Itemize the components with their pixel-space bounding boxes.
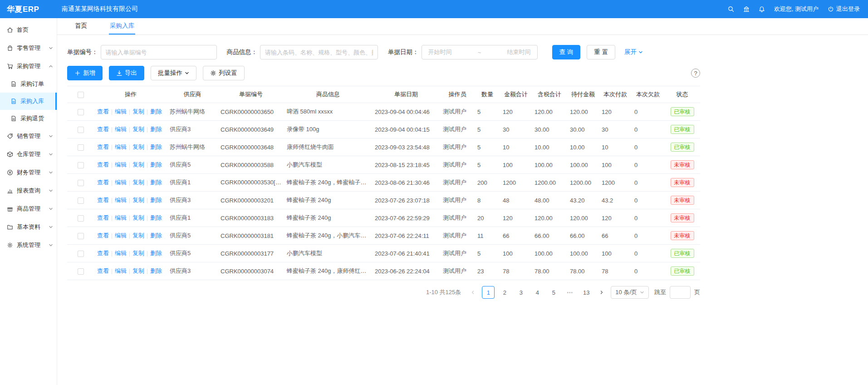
row-checkbox[interactable] [78, 251, 84, 257]
bell-icon[interactable] [759, 6, 765, 12]
row-checkbox[interactable] [78, 233, 84, 239]
sidebar-item-basedata[interactable]: 基本资料 [0, 218, 57, 236]
row-action-view[interactable]: 查看 [97, 108, 109, 115]
expand-link[interactable]: 展开 [624, 48, 643, 56]
sidebar-item-retail[interactable]: 零售管理 [0, 39, 57, 57]
row-action-delete[interactable]: 删除 [150, 108, 162, 115]
row-checkbox[interactable] [78, 162, 84, 168]
row-action-copy[interactable]: 复制 [132, 161, 144, 168]
row-checkbox[interactable] [78, 268, 84, 275]
row-action-copy[interactable]: 复制 [132, 250, 144, 257]
row-action-copy[interactable]: 复制 [132, 143, 144, 150]
row-checkbox[interactable] [78, 215, 84, 222]
batch-actions-button[interactable]: 批量操作 [151, 66, 196, 80]
row-action-copy[interactable]: 复制 [132, 197, 144, 203]
export-button[interactable]: 导出 [109, 66, 144, 80]
row-action-copy[interactable]: 复制 [132, 232, 144, 239]
row-action-delete[interactable]: 删除 [150, 179, 162, 186]
cell-date: 2023-07-26 23:07:18 [372, 192, 440, 209]
row-action-delete[interactable]: 删除 [150, 126, 162, 133]
row-checkbox[interactable] [78, 197, 84, 204]
row-action-edit[interactable]: 编辑 [115, 232, 127, 239]
row-action-edit[interactable]: 编辑 [115, 126, 127, 133]
row-action-copy[interactable]: 复制 [132, 267, 144, 274]
row-checkbox[interactable] [78, 127, 84, 133]
sidebar-item-purchase-order[interactable]: 采购订单 [0, 75, 57, 93]
page-button-1[interactable]: 1 [482, 286, 495, 299]
sidebar-item-sales[interactable]: 销售管理 [0, 127, 57, 145]
sidebar-item-purchase-in[interactable]: 采购入库 [0, 93, 57, 110]
row-checkbox[interactable] [78, 180, 84, 186]
add-button[interactable]: 新增 [67, 66, 103, 80]
row-action-edit[interactable]: 编辑 [115, 267, 127, 274]
row-action-view[interactable]: 查看 [97, 179, 109, 186]
jump-input[interactable] [670, 286, 691, 299]
sidebar-item-finance[interactable]: 财务管理 [0, 163, 57, 182]
row-action-copy[interactable]: 复制 [132, 126, 144, 133]
next-page-button[interactable] [596, 286, 607, 299]
doc-no-input[interactable] [101, 45, 217, 59]
divider [112, 251, 112, 257]
row-action-copy[interactable]: 复制 [132, 108, 144, 115]
select-all-checkbox[interactable] [78, 92, 84, 98]
cell-status: 已审核 [664, 262, 700, 280]
search-icon[interactable] [728, 6, 734, 12]
row-action-edit[interactable]: 编辑 [115, 179, 127, 186]
page-size-select[interactable]: 10 条/页 [611, 286, 649, 299]
row-action-view[interactable]: 查看 [97, 250, 109, 257]
cell-paid: 1200 [599, 174, 632, 192]
row-action-copy[interactable]: 复制 [132, 214, 144, 221]
page-button-5[interactable]: 5 [547, 286, 560, 299]
product-info-input[interactable] [260, 45, 378, 59]
tab-purchase-in[interactable]: 采购入库 [109, 18, 135, 35]
row-checkbox[interactable] [78, 109, 84, 115]
row-action-copy[interactable]: 复制 [132, 179, 144, 186]
help-icon[interactable]: ? [691, 69, 700, 78]
row-action-view[interactable]: 查看 [97, 232, 109, 239]
tab-home[interactable]: 首页 [74, 18, 88, 35]
prev-page-button[interactable] [467, 286, 478, 299]
sidebar-item-home[interactable]: 首页 [0, 21, 57, 39]
page-button-4[interactable]: 4 [531, 286, 544, 299]
row-action-delete[interactable]: 删除 [150, 232, 162, 239]
row-action-view[interactable]: 查看 [97, 214, 109, 221]
row-action-edit[interactable]: 编辑 [115, 161, 127, 168]
row-action-delete[interactable]: 删除 [150, 161, 162, 168]
row-action-edit[interactable]: 编辑 [115, 197, 127, 203]
building-icon[interactable] [743, 6, 750, 12]
row-action-edit[interactable]: 编辑 [115, 214, 127, 221]
page-button-3[interactable]: 3 [515, 286, 527, 299]
row-action-delete[interactable]: 删除 [150, 250, 162, 257]
column-settings-button[interactable]: 列设置 [203, 66, 245, 80]
sidebar-item-purchase-return[interactable]: 采购退货 [0, 110, 57, 127]
sidebar-item-purchase[interactable]: 采购管理 [0, 57, 57, 75]
cell-paid: 10 [599, 138, 632, 156]
row-action-view[interactable]: 查看 [97, 126, 109, 133]
sidebar-item-report[interactable]: 报表查询 [0, 182, 57, 200]
row-action-view[interactable]: 查看 [97, 197, 109, 203]
date-range-input[interactable]: 开始时间 ~ 结束时间 [422, 45, 538, 59]
row-action-delete[interactable]: 删除 [150, 267, 162, 274]
row-action-delete[interactable]: 删除 [150, 214, 162, 221]
search-button[interactable]: 查 询 [552, 45, 581, 59]
status-badge: 未审核 [671, 196, 694, 205]
pagination-ellipsis[interactable]: ••• [564, 286, 576, 299]
row-action-delete[interactable]: 删除 [150, 197, 162, 203]
sidebar-item-goods[interactable]: 商品管理 [0, 200, 57, 218]
layout: 首页零售管理采购管理采购订单采购入库采购退货销售管理仓库管理财务管理报表查询商品… [0, 18, 868, 385]
row-action-view[interactable]: 查看 [97, 161, 109, 168]
sidebar-item-warehouse[interactable]: 仓库管理 [0, 145, 57, 163]
row-action-edit[interactable]: 编辑 [115, 250, 127, 257]
reset-button[interactable]: 重 置 [587, 45, 615, 59]
page-button-2[interactable]: 2 [498, 286, 511, 299]
row-action-view[interactable]: 查看 [97, 267, 109, 274]
sidebar-item-system[interactable]: 系统管理 [0, 236, 57, 254]
row-checkbox[interactable] [78, 144, 84, 151]
row-action-view[interactable]: 查看 [97, 143, 109, 150]
row-action-edit[interactable]: 编辑 [115, 143, 127, 150]
cell-product: 蜂蜜柚子茶 240g，小鹏汽车模型 [284, 227, 372, 245]
row-action-delete[interactable]: 删除 [150, 143, 162, 150]
row-action-edit[interactable]: 编辑 [115, 108, 127, 115]
logout-button[interactable]: 退出登录 [828, 5, 860, 13]
page-button-13[interactable]: 13 [580, 286, 593, 299]
